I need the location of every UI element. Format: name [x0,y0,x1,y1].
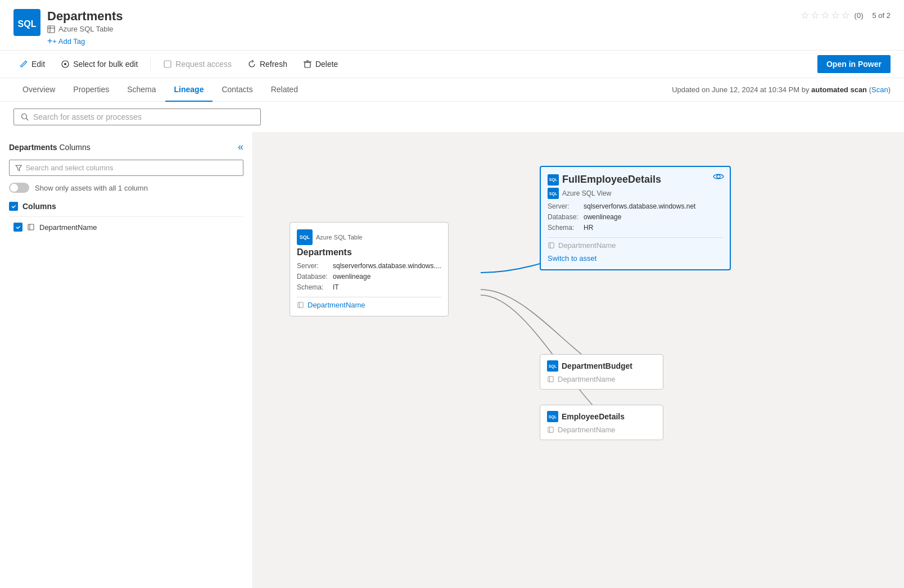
svg-point-18 [717,175,720,178]
svg-rect-19 [549,242,554,247]
search-container [0,102,904,132]
left-panel: Departments Columns « Show only assets w… [0,132,253,588]
full-emp-title: FullEmployeeDetails [562,174,661,186]
tab-overview[interactable]: Overview [13,78,64,102]
toolbar: Edit Select for bulk edit Request access… [0,51,904,78]
field-icon-2 [548,242,555,249]
col-name-label: DepartmentName [39,223,97,232]
target-node-deptbudget: SQL DepartmentBudget DepartmentName [540,354,663,390]
asset-icon: SQL [13,9,40,36]
full-emp-field: DepartmentName [548,241,723,250]
select-bulk-icon [61,60,70,69]
divider [9,216,243,217]
dept-name-checkbox[interactable] [13,223,22,232]
nav-position: 5 of 2 [872,11,891,20]
search-bar [13,108,261,125]
node-eye-icon [713,173,724,182]
delete-button[interactable]: Delete [297,56,343,72]
tab-contacts[interactable]: Contacts [213,78,261,102]
toggle-label: Show only assets with all 1 column [35,184,148,192]
star-rating[interactable]: ☆ ☆ ☆ ☆ ☆ [801,9,850,21]
svg-point-11 [22,114,27,119]
field-icon-3 [547,376,554,383]
svg-rect-7 [164,61,171,67]
dept-budget-field: DepartmentName [547,375,656,383]
updated-info: Updated on June 12, 2024 at 10:34 PM by … [672,85,891,94]
open-power-button[interactable]: Open in Power [817,55,891,73]
svg-marker-13 [16,165,21,171]
page-header: SQL Departments Azure SQL Table + + Add … [0,0,904,51]
tab-properties[interactable]: Properties [64,78,118,102]
node-type: Azure SQL Table [316,234,363,241]
edit-icon [19,60,28,69]
panel-header: Departments Columns « [9,141,243,153]
switch-to-asset-link[interactable]: Switch to asset [548,254,723,263]
sql-badge-budget: SQL [547,360,558,372]
toggle-row: Show only assets with all 1 column [9,183,243,193]
node-header-full: SQL FullEmployeeDetails [548,174,723,186]
sql-icon: SQL [297,229,313,245]
column-search [9,160,243,176]
request-access-icon [163,60,172,69]
delete-icon [303,60,312,69]
panel-title: Departments Columns [9,143,91,152]
lineage-canvas: SQL Azure SQL Table Departments Server:s… [253,132,904,588]
sql-badge-emp: SQL [547,411,558,422]
refresh-icon [247,60,256,69]
column-field-icon [27,223,35,231]
separator [150,57,151,71]
edit-button[interactable]: Edit [13,56,51,72]
column-group-header: Columns [9,200,243,213]
field-icon-4 [547,426,554,433]
column-item-departmentname: DepartmentName [9,220,243,234]
source-field: DepartmentName [297,301,441,309]
target-node-empdetails: SQL EmployeeDetails DepartmentName [540,405,663,440]
full-type-row: SQL Azure SQL View [548,188,723,199]
add-tag-button[interactable]: + + Add Tag [47,37,801,46]
node-props: Server:sqlserverforws.database.windows..… [297,261,441,293]
rating-count: (0) [855,11,864,20]
columns-checkbox[interactable] [9,202,18,211]
full-emp-props: Server:sqlserverforws.database.windows.n… [548,201,723,234]
full-divider [548,237,723,238]
target-node-fullemployee: SQL FullEmployeeDetails SQL Azure SQL Vi… [540,166,731,270]
svg-rect-2 [48,26,55,33]
filter-icon [15,164,22,171]
svg-rect-16 [298,302,303,307]
node-header: SQL Azure SQL Table [297,229,441,245]
panel-collapse-button[interactable]: « [238,141,243,153]
svg-line-12 [26,119,29,121]
svg-rect-14 [28,224,34,230]
emp-details-title: SQL EmployeeDetails [547,411,656,422]
dept-budget-title: SQL DepartmentBudget [547,360,656,372]
source-node-departments: SQL Azure SQL Table Departments Server:s… [290,222,449,316]
search-icon [21,113,29,121]
sql-badge-sm2: SQL [548,188,559,199]
request-access-button[interactable]: Request access [157,56,237,72]
svg-rect-8 [305,62,310,67]
toggle-switch[interactable] [9,183,29,193]
tab-schema[interactable]: Schema [118,78,165,102]
svg-rect-23 [548,427,553,432]
svg-text:SQL: SQL [18,19,37,29]
node-title: Departments [297,247,441,257]
select-bulk-button[interactable]: Select for bulk edit [55,56,143,72]
header-right: ☆ ☆ ☆ ☆ ☆ (0) 5 of 2 [801,9,891,21]
check-icon-2 [15,224,21,230]
nav-tabs: Overview Properties Schema Lineage Conta… [0,78,904,102]
check-icon [11,203,16,209]
tab-related[interactable]: Related [262,78,307,102]
main-layout: Departments Columns « Show only assets w… [0,132,904,588]
asset-subtitle: Azure SQL Table [47,25,801,33]
sql-icon-sm: SQL [548,174,559,186]
refresh-button[interactable]: Refresh [242,56,293,72]
asset-title: Departments [47,9,801,24]
tab-lineage[interactable]: Lineage [165,78,213,102]
search-input[interactable] [33,112,254,121]
column-search-input[interactable] [25,164,237,172]
node-divider [297,297,441,297]
svg-point-6 [64,63,66,65]
toggle-thumb [10,184,18,192]
asset-info: Departments Azure SQL Table + + Add Tag [47,9,801,46]
scan-link[interactable]: Scan [871,85,888,94]
